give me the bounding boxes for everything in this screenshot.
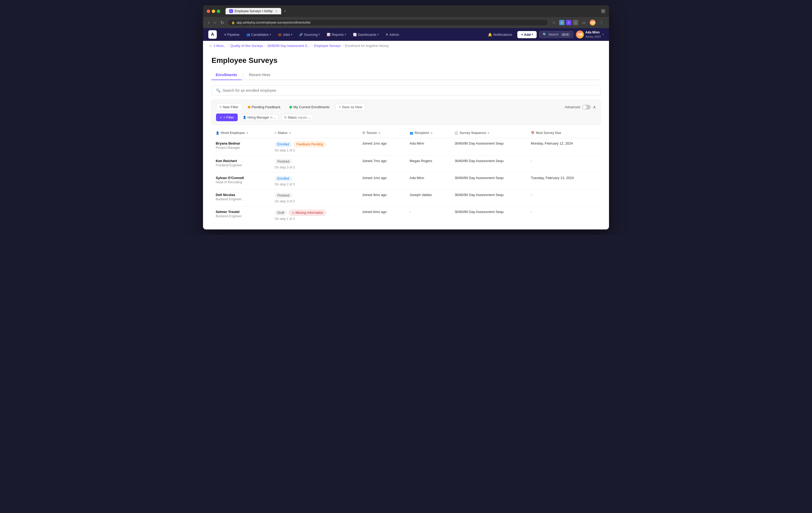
filter-second-row: + + Filter 👤 Hiring Manager is ... ⊙ Sta… [216, 113, 596, 121]
advanced-toggle[interactable] [582, 105, 591, 110]
new-tab-button[interactable]: + [283, 9, 287, 14]
browser-window: A Employee Surveys • Ashby ✕ + ⊞ ‹ › ↻ 🔒… [203, 5, 609, 230]
col-hired-employee[interactable]: 👤 Hired Employee ⇅ [211, 128, 270, 138]
breadcrumb-sep-1: • [228, 44, 229, 48]
close-button[interactable] [207, 9, 210, 13]
advanced-area: Advanced ∧ [565, 105, 596, 110]
menu-icon[interactable]: ⋮ [598, 19, 605, 26]
data-table: 👤 Hired Employee ⇅ ≡ Status ⇅ [211, 128, 601, 224]
nav-item-admin[interactable]: ⚙ Admin [382, 31, 402, 38]
extension-icon-2[interactable]: A [566, 20, 571, 25]
dashboards-dropdown-icon: ▾ [377, 33, 379, 36]
tenure-col-icon: ⏱ [362, 131, 365, 134]
apply-filter-button[interactable]: + + Filter [216, 113, 238, 121]
breadcrumb-history-icon: ↩ [209, 44, 212, 48]
minimize-button[interactable] [212, 9, 215, 13]
url-text: app.ashbyhq.com/employee-surveys/enrollm… [237, 21, 311, 24]
search-icon: 🔍 [216, 88, 221, 92]
browser-tab-active[interactable]: A Employee Surveys • Ashby ✕ [226, 8, 281, 14]
sidebar-toggle-icon[interactable]: ▭ [580, 19, 587, 26]
notifications-button[interactable]: 🔔 Notifications [485, 31, 515, 38]
status-badge: Finished [275, 193, 292, 198]
browser-tab-bar: A Employee Surveys • Ashby ✕ + [226, 8, 599, 14]
nav-item-reports[interactable]: 📊 Reports ▾ [324, 31, 349, 38]
status-badge: Draft [275, 210, 287, 216]
status-badge: Enrolled [275, 176, 292, 181]
col-tenure-label: Tenure [367, 131, 377, 135]
step-info: On step 1 of 3 [275, 148, 354, 152]
employee-role: Frontend Engineer [216, 163, 266, 167]
table-row[interactable]: Bryana Bednar Product Manager EnrolledFe… [211, 138, 601, 156]
survey-seq-col-icon: 📋 [455, 131, 458, 135]
nav-item-dashboards[interactable]: 📈 Dashboards ▾ [350, 31, 382, 38]
user-menu[interactable]: AM Ada Minn Ashby 2024 ▾ [576, 30, 604, 38]
bookmark-icon[interactable]: ☆ [550, 19, 558, 26]
add-button[interactable]: + Add ▾ [517, 31, 536, 38]
col-recipient[interactable]: 👥 Recipient ⇅ [405, 128, 451, 138]
new-filter-button[interactable]: ▽ New Filter [216, 103, 242, 111]
next-due-cell-3: - [527, 190, 601, 207]
col-tenure[interactable]: ⏱ Tenure ⇅ [358, 128, 405, 138]
save-as-new-button[interactable]: + Save as New [335, 103, 366, 111]
breadcrumb-more[interactable]: 2 More... [213, 44, 226, 48]
search-input[interactable] [223, 88, 596, 92]
filter-tag-hiring-manager[interactable]: 👤 Hiring Manager is ... [240, 114, 279, 121]
employee-cell-3: Dell Nicolas Backend Engineer [211, 190, 270, 207]
employee-name: Selmer Treutel [216, 210, 266, 214]
survey-seq-cell-2: 30/60/90 Day Assessment Sequ [450, 173, 527, 190]
extension-icon-3[interactable]: □ [573, 20, 578, 25]
nav-item-pipeline[interactable]: ≡ Pipeline [221, 31, 243, 38]
breadcrumb-sep-3: • [311, 44, 313, 48]
filter-btn-label: + Filter [224, 115, 234, 119]
status-badge: Finished [275, 159, 292, 164]
maximize-button[interactable] [217, 9, 220, 13]
recipient-cell-2: Ada Minn [405, 173, 451, 190]
add-label: + Add [521, 33, 530, 36]
browser-titlebar: A Employee Surveys • Ashby ✕ + ⊞ [203, 5, 609, 17]
collapse-button[interactable]: ∧ [593, 105, 596, 110]
user-profile-icon[interactable]: AM [589, 19, 596, 26]
preset-pending-feedback[interactable]: Pending Feedback [244, 104, 284, 111]
preset-my-enrollments[interactable]: My Current Enrollments [286, 104, 333, 111]
app-nav: A ≡ Pipeline 👥 Candidates ▾ 💼 Jobs ▾ 🔗 S… [203, 28, 609, 41]
sort-icon-survey: ⇅ [487, 132, 490, 134]
page-title: Employee Surveys [211, 56, 601, 65]
tab-enrollments[interactable]: Enrollments [211, 70, 241, 80]
table-row[interactable]: Sylvan O'Connell Head of Recruiting Enro… [211, 173, 601, 190]
address-bar[interactable]: 🔒 app.ashbyhq.com/employee-surveys/enrol… [227, 19, 548, 26]
breadcrumb-assessment[interactable]: 30/60/90 Day Assessment S... [267, 44, 310, 48]
tab-favicon: A [229, 9, 233, 13]
survey-seq-cell-0: 30/60/90 Day Assessment Sequ [450, 138, 527, 156]
search-button[interactable]: 🔍 Search ⌘+K [539, 31, 573, 38]
col-status-label: Status [278, 131, 288, 135]
sort-icon-employee: ⇅ [246, 132, 248, 134]
nav-item-jobs[interactable]: 💼 Jobs ▾ [275, 31, 295, 38]
table-row[interactable]: Dell Nicolas Backend Engineer FinishedOn… [211, 190, 601, 207]
forward-button[interactable]: › [213, 20, 217, 25]
col-next-survey-due[interactable]: 📅 Next Survey Due [527, 128, 601, 138]
filter-tag-status[interactable]: ⊙ Status equals ... [281, 114, 314, 121]
back-button[interactable]: ‹ [207, 20, 211, 25]
breadcrumb-quality-hire[interactable]: Quality of Hire Surveys [231, 44, 263, 48]
tab-recent-hires[interactable]: Recent Hires [245, 70, 275, 80]
col-survey-sequence[interactable]: 📋 Survey Sequence ⇅ [450, 128, 527, 138]
breadcrumb-employee-surveys[interactable]: Employee Surveys [314, 44, 341, 48]
col-status[interactable]: ≡ Status ⇅ [270, 128, 358, 138]
table-row[interactable]: Ken Reichert Frontend Engineer FinishedO… [211, 156, 601, 173]
jobs-dropdown-icon: ▾ [291, 33, 292, 36]
next-due-cell-2: Tuesday, February 13, 2024 [527, 173, 601, 190]
browser-toolbar: ‹ › ↻ 🔒 app.ashbyhq.com/employee-surveys… [203, 17, 609, 28]
nav-item-sourcing[interactable]: 🔗 Sourcing ▾ [296, 31, 323, 38]
tenure-cell-1: Joined 7mo ago [358, 156, 405, 173]
status-cell-4: Draft⚠ Missing InformationOn step 1 of 3 [270, 207, 358, 224]
tab-close-icon[interactable]: ✕ [276, 10, 278, 13]
refresh-button[interactable]: ↻ [219, 20, 225, 26]
dashboards-icon: 📈 [353, 33, 357, 36]
nav-item-candidates[interactable]: 👥 Candidates ▾ [243, 31, 274, 38]
search-icon: 🔍 [543, 33, 547, 36]
extension-icon-1[interactable]: ⚡ [559, 20, 564, 25]
filter-top: ▽ New Filter Pending Feedback My Current… [216, 103, 596, 111]
table-row[interactable]: Selmer Treutel Backend Engineer Draft⚠ M… [211, 207, 601, 224]
search-bar[interactable]: 🔍 [211, 85, 601, 96]
app-logo[interactable]: A [208, 30, 217, 39]
